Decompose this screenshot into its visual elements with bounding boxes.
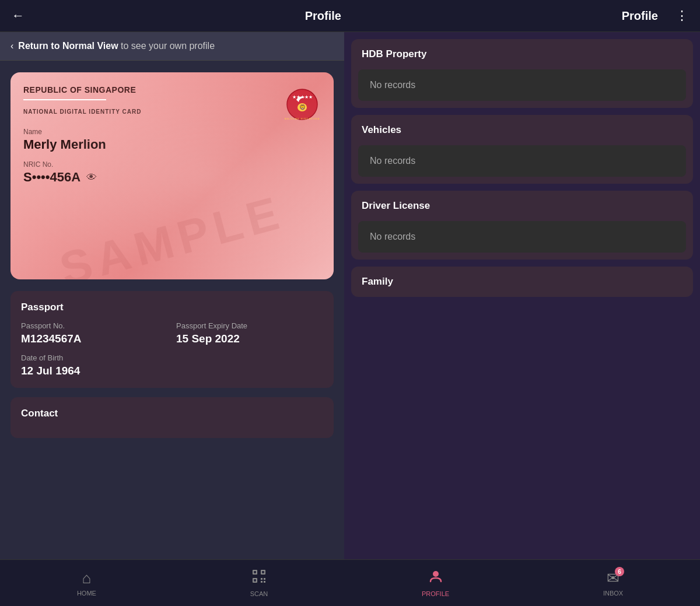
id-card-wrapper: REPUBLIC OF SINGAPORE NATIONAL DIGITAL I… xyxy=(0,61,344,291)
svg-text:MAJULAH SINGAPURA: MAJULAH SINGAPURA xyxy=(285,117,320,120)
id-card-header: REPUBLIC OF SINGAPORE NATIONAL DIGITAL I… xyxy=(23,85,321,123)
top-header: ← Profile Profile ⋮ xyxy=(0,0,700,32)
passport-section: Passport Passport No. M1234567A Passport… xyxy=(10,291,334,388)
family-section: Family xyxy=(351,267,693,297)
driver-license-title: Driver License xyxy=(351,191,693,221)
passport-grid: Passport No. M1234567A Passport Expiry D… xyxy=(21,321,323,345)
id-nric-label: NRIC No. xyxy=(23,160,321,169)
passport-dob-value: 12 Jul 1964 xyxy=(21,365,323,377)
passport-section-title: Passport xyxy=(21,302,323,313)
vehicles-section: Vehicles No records xyxy=(351,115,693,184)
svg-text:★★★★★: ★★★★★ xyxy=(292,94,312,100)
contact-section-title: Contact xyxy=(21,408,323,419)
vehicles-no-records: No records xyxy=(358,145,686,177)
svg-point-16 xyxy=(433,571,439,577)
header-title-left: Profile xyxy=(305,9,341,23)
home-label: HOME xyxy=(77,590,96,597)
id-nric-value: S••••456A xyxy=(23,170,80,185)
id-nric-row: S••••456A 👁 xyxy=(23,170,321,185)
inbox-badge-count: 6 xyxy=(615,567,624,576)
passport-no-label: Passport No. xyxy=(21,321,168,330)
passport-expiry-value: 15 Sep 2022 xyxy=(176,332,323,345)
id-name-value: Merly Merlion xyxy=(23,137,321,152)
svg-rect-13 xyxy=(264,578,265,580)
id-card-divider xyxy=(23,99,106,100)
nric-visibility-toggle[interactable]: 👁 xyxy=(86,171,97,184)
banner-text: Return to Normal View to see your own pr… xyxy=(18,41,215,51)
svg-text:🦁: 🦁 xyxy=(299,104,306,111)
nav-item-inbox[interactable]: ✉ 6 INBOX xyxy=(592,565,635,601)
passport-expiry-field: Passport Expiry Date 15 Sep 2022 xyxy=(176,321,323,345)
return-normal-view-banner[interactable]: ‹ Return to Normal View to see your own … xyxy=(0,32,344,61)
more-options-button[interactable]: ⋮ xyxy=(676,8,688,23)
main-content: ‹ Return to Normal View to see your own … xyxy=(0,32,700,559)
back-button[interactable]: ← xyxy=(12,8,24,23)
scan-icon xyxy=(251,569,267,588)
banner-rest-text: to see your own profile xyxy=(118,41,215,51)
banner-bold-text: Return to Normal View xyxy=(18,41,118,51)
profile-label: PROFILE xyxy=(422,590,449,597)
id-card: REPUBLIC OF SINGAPORE NATIONAL DIGITAL I… xyxy=(10,72,334,279)
profile-icon xyxy=(428,569,443,588)
id-card-type: NATIONAL DIGITAL IDENTITY CARD xyxy=(23,108,141,115)
passport-expiry-label: Passport Expiry Date xyxy=(176,321,323,330)
nav-item-profile[interactable]: PROFILE xyxy=(410,564,461,602)
left-panel: ‹ Return to Normal View to see your own … xyxy=(0,32,344,559)
contact-section: Contact xyxy=(10,397,334,438)
coat-of-arms-icon: ★★★★★ 🦁 MAJULAH SINGAPURA xyxy=(283,85,321,123)
svg-rect-11 xyxy=(254,579,256,582)
home-icon: ⌂ xyxy=(82,569,92,587)
bottom-navigation: ⌂ HOME SCAN PROFILE xyxy=(0,559,700,606)
family-title: Family xyxy=(351,267,693,297)
nav-item-scan[interactable]: SCAN xyxy=(239,564,280,602)
hdb-property-title: HDB Property xyxy=(351,39,693,69)
banner-chevron-icon: ‹ xyxy=(10,41,13,51)
svg-rect-10 xyxy=(262,571,264,573)
scan-label: SCAN xyxy=(250,590,268,597)
inbox-badge-wrapper: ✉ 6 xyxy=(607,569,620,587)
id-card-country: REPUBLIC OF SINGAPORE xyxy=(23,85,141,94)
svg-rect-12 xyxy=(261,578,262,580)
passport-dob-field: Date of Birth 12 Jul 1964 xyxy=(21,353,323,377)
right-panel: HDB Property No records Vehicles No reco… xyxy=(344,32,700,559)
hdb-property-section: HDB Property No records xyxy=(351,39,693,108)
hdb-no-records: No records xyxy=(358,69,686,101)
svg-rect-9 xyxy=(254,571,256,573)
id-watermark: SAMPLE xyxy=(54,185,290,279)
driver-license-no-records: No records xyxy=(358,221,686,253)
vehicles-title: Vehicles xyxy=(351,115,693,145)
passport-no-value: M1234567A xyxy=(21,332,168,345)
passport-no-field: Passport No. M1234567A xyxy=(21,321,168,345)
nav-item-home[interactable]: ⌂ HOME xyxy=(65,565,108,601)
header-right: Profile ⋮ xyxy=(622,8,688,23)
driver-license-section: Driver License No records xyxy=(351,191,693,260)
id-nric-field: NRIC No. S••••456A 👁 xyxy=(23,160,321,185)
header-title-right: Profile xyxy=(622,9,658,23)
inbox-label: INBOX xyxy=(603,590,623,597)
svg-rect-15 xyxy=(264,581,265,583)
passport-dob-label: Date of Birth xyxy=(21,353,323,362)
svg-rect-14 xyxy=(261,581,262,583)
id-card-title-block: REPUBLIC OF SINGAPORE NATIONAL DIGITAL I… xyxy=(23,85,141,115)
id-name-label: Name xyxy=(23,128,321,136)
id-name-field: Name Merly Merlion xyxy=(23,128,321,152)
